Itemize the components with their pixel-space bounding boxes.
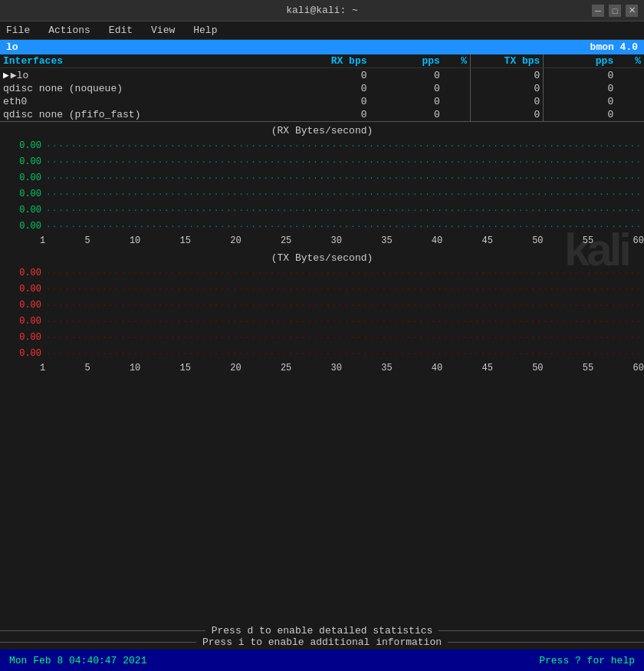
interface-name: eth0 — [0, 95, 297, 108]
tx-bps: 0 — [471, 108, 544, 121]
x-axis-label: 30 — [331, 363, 342, 373]
close-button[interactable]: ✕ — [626, 5, 638, 17]
interface-name: qdisc none (noqueue) — [0, 82, 297, 95]
tx-chart: (TX Bytes/second) 0.00··················… — [0, 249, 644, 377]
tx-pps: 0 — [544, 68, 616, 83]
tx-label: 0.00 — [6, 332, 41, 343]
tx-chart-title: (TX Bytes/second) — [0, 252, 644, 264]
tx-label: 0.00 — [6, 300, 41, 311]
lo-header: lo bmon 4.0 — [0, 40, 644, 54]
x-axis-label: 45 — [482, 363, 493, 373]
rx-chart-area: 0.00····································… — [0, 138, 644, 234]
lo-label: lo — [6, 41, 18, 53]
x-axis-label: 5 — [84, 235, 90, 246]
rx-chart-row: 0.00····································… — [6, 186, 644, 202]
x-axis-label: 5 — [84, 363, 90, 373]
status-dash-left-2 — [0, 642, 196, 643]
menu-view[interactable]: View — [148, 23, 178, 38]
x-axis-label: 30 — [331, 235, 342, 246]
rx-chart-row: 0.00····································… — [6, 219, 644, 234]
rx-dots: ········································… — [46, 173, 644, 183]
rx-pct — [443, 108, 471, 121]
rx-pct — [443, 82, 471, 95]
rx-x-axis: 151015202530354045505560 — [0, 235, 644, 246]
rx-chart-row: 0.00····································… — [6, 154, 644, 169]
tx-dots: ········································… — [46, 285, 644, 294]
timestamp: Mon Feb 8 04:40:47 2021 — [9, 655, 146, 666]
tx-bps: 0 — [471, 82, 544, 95]
app-label: bmon 4.0 — [590, 41, 638, 53]
titlebar: kali@kali: ~ ─ □ ✕ — [0, 0, 644, 21]
x-axis-label: 55 — [583, 235, 593, 246]
tx-chart-row: 0.00····································… — [6, 298, 644, 313]
x-axis-label: 25 — [281, 363, 291, 373]
rx-label: 0.00 — [6, 189, 41, 199]
x-axis-label: 45 — [482, 235, 493, 246]
rx-pps: 0 — [370, 95, 443, 108]
chart-wrapper: kali (RX Bytes/second) 0.00·············… — [0, 122, 644, 377]
tx-x-axis: 151015202530354045505560 — [0, 363, 644, 373]
menu-actions[interactable]: Actions — [45, 23, 94, 38]
x-axis-label: 20 — [230, 363, 241, 373]
interface-name: ▶lo — [0, 68, 297, 83]
rx-pct — [443, 68, 471, 83]
minimize-button[interactable]: ─ — [592, 5, 604, 17]
table-row: qdisc none (pfifo_fast)0000 — [0, 108, 644, 121]
tx-dots: ········································… — [46, 333, 644, 342]
tx-label: 0.00 — [6, 284, 41, 294]
tx-label: 0.00 — [6, 268, 41, 278]
x-axis-label: 50 — [532, 235, 543, 246]
col-header-interfaces: Interfaces — [0, 54, 297, 68]
x-axis-label: 60 — [632, 235, 643, 246]
window-title: kali@kali: ~ — [52, 5, 592, 16]
window-controls[interactable]: ─ □ ✕ — [592, 5, 638, 17]
x-axis-label: 15 — [180, 235, 191, 246]
rx-dots: ········································… — [46, 206, 644, 215]
status-line-1: Press d to enable detailed statistics — [0, 625, 644, 636]
maximize-button[interactable]: □ — [609, 5, 621, 17]
rx-bps: 0 — [297, 82, 370, 95]
status-dash-left-1 — [0, 630, 205, 631]
rx-chart-row: 0.00····································… — [6, 202, 644, 218]
rx-label: 0.00 — [6, 221, 41, 232]
tx-chart-row: 0.00····································… — [6, 330, 644, 345]
interface-name: qdisc none (pfifo_fast) — [0, 108, 297, 121]
tx-chart-row: 0.00····································… — [6, 265, 644, 281]
tx-pps: 0 — [544, 95, 616, 108]
x-axis-label: 1 — [40, 235, 45, 246]
rx-label: 0.00 — [6, 156, 41, 167]
tx-dots: ········································… — [46, 317, 644, 326]
rx-chart-row: 0.00····································… — [6, 138, 644, 153]
tx-chart-row: 0.00····································… — [6, 281, 644, 297]
x-axis-label: 50 — [532, 363, 543, 373]
col-header-tx-bps: TX bps — [471, 54, 544, 68]
x-axis-label: 40 — [432, 363, 442, 373]
rx-chart-row: 0.00····································… — [6, 170, 644, 186]
x-axis-label: 15 — [180, 363, 191, 373]
col-header-rx-pps: pps — [370, 54, 443, 68]
col-header-tx-pct: % — [616, 54, 644, 68]
rx-bps: 0 — [297, 68, 370, 83]
table-row: qdisc none (noqueue)0000 — [0, 82, 644, 95]
menu-help[interactable]: Help — [190, 23, 220, 38]
menu-file[interactable]: File — [3, 23, 33, 38]
col-header-tx-pps: pps — [544, 54, 616, 68]
rx-dots: ········································… — [46, 157, 644, 166]
rx-chart-title: (RX Bytes/second) — [0, 125, 644, 137]
menu-edit[interactable]: Edit — [106, 23, 136, 38]
rx-dots: ········································… — [46, 141, 644, 150]
help-hint: Press ? for help — [539, 655, 635, 666]
rx-bps: 0 — [297, 108, 370, 121]
rx-dots: ········································… — [46, 189, 644, 199]
rx-pps: 0 — [370, 82, 443, 95]
rx-bps: 0 — [297, 95, 370, 108]
status-bar: Press d to enable detailed statistics Pr… — [0, 623, 644, 650]
tx-pps: 0 — [544, 82, 616, 95]
table-body: ▶lo0000 qdisc none (noqueue)0000 eth0000… — [0, 68, 644, 122]
tx-bps: 0 — [471, 95, 544, 108]
tx-dots: ········································… — [46, 301, 644, 310]
tx-pct — [616, 82, 644, 95]
col-header-rx-pct: % — [443, 54, 471, 68]
tx-dots: ········································… — [46, 268, 644, 278]
x-axis-label: 10 — [130, 363, 140, 373]
